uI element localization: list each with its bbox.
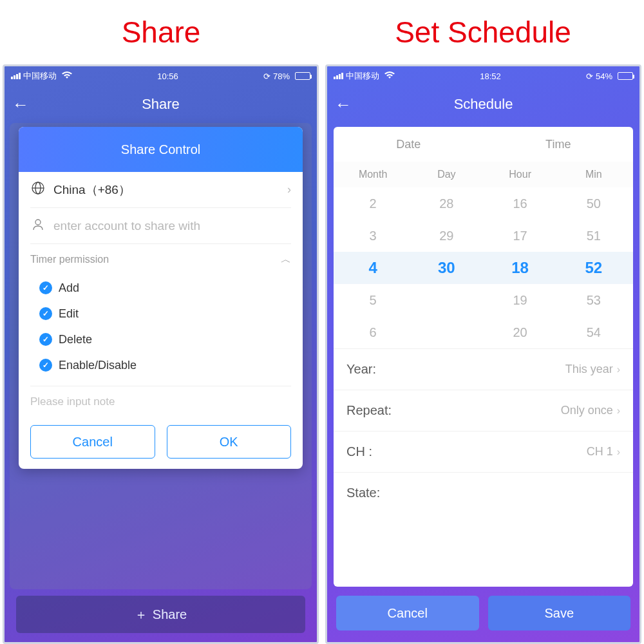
ch-label: CH : bbox=[346, 444, 372, 459]
status-bar: 中国移动 10:56 ⟳ 78% bbox=[5, 66, 317, 86]
perm-enable-disable[interactable]: ✓Enable/Disable bbox=[39, 352, 291, 378]
repeat-label: Repeat: bbox=[346, 403, 392, 418]
year-row[interactable]: Year: This year› bbox=[334, 348, 633, 390]
battery-pct: 54% bbox=[596, 71, 612, 81]
person-icon bbox=[30, 218, 46, 234]
share-footer-label: Share bbox=[153, 607, 187, 622]
header-hour: Hour bbox=[484, 169, 557, 180]
wifi-icon bbox=[384, 71, 395, 81]
country-row[interactable]: China（+86） › bbox=[30, 172, 291, 208]
timer-permission-label: Timer permission bbox=[30, 254, 109, 265]
tab-date[interactable]: Date bbox=[334, 138, 484, 151]
status-time: 10:56 bbox=[157, 71, 178, 81]
title-schedule: Set Schedule bbox=[322, 15, 644, 50]
schedule-card: Date Time Month Day Hour Min 2 3 4 5 6 bbox=[334, 127, 633, 587]
tab-time[interactable]: Time bbox=[484, 138, 634, 151]
signal-icon bbox=[11, 73, 21, 79]
chevron-right-icon: › bbox=[287, 183, 291, 196]
datetime-picker[interactable]: 2 3 4 5 6 28 29 30 16 17 18 19 bbox=[334, 187, 633, 348]
carrier-label: 中国移动 bbox=[23, 70, 57, 82]
modal-title: Share Control bbox=[19, 127, 303, 172]
cancel-button[interactable]: Cancel bbox=[30, 425, 155, 459]
picker-headers: Month Day Hour Min bbox=[334, 162, 633, 187]
header-day: Day bbox=[410, 169, 483, 180]
account-row[interactable]: enter account to share with bbox=[30, 208, 291, 244]
year-label: Year: bbox=[346, 362, 376, 377]
rotation-lock-icon: ⟳ bbox=[263, 71, 270, 81]
share-control-modal: Share Control China（+86） › enter account bbox=[19, 127, 303, 469]
repeat-value: Only once bbox=[561, 404, 613, 417]
plus-icon: ＋ bbox=[135, 606, 147, 623]
battery-icon bbox=[295, 72, 310, 80]
picker-min[interactable]: 50 51 52 53 54 bbox=[557, 187, 630, 348]
status-bar: 中国移动 18:52 ⟳ 54% bbox=[327, 66, 639, 86]
ch-row[interactable]: CH : CH 1› bbox=[334, 431, 633, 472]
phone-share: 中国移动 10:56 ⟳ 78% ← Share Share Control bbox=[3, 64, 319, 644]
status-time: 18:52 bbox=[480, 71, 501, 81]
check-icon: ✓ bbox=[39, 333, 52, 346]
rotation-lock-icon: ⟳ bbox=[586, 71, 593, 81]
country-value: China（+86） bbox=[53, 182, 279, 198]
check-icon: ✓ bbox=[39, 359, 52, 372]
picker-month[interactable]: 2 3 4 5 6 bbox=[336, 187, 410, 348]
cancel-button[interactable]: Cancel bbox=[336, 596, 479, 630]
check-icon: ✓ bbox=[39, 281, 52, 294]
carrier-label: 中国移动 bbox=[346, 70, 379, 82]
share-footer-button[interactable]: ＋ Share bbox=[16, 596, 305, 633]
app-header: ← Schedule bbox=[327, 86, 639, 123]
chevron-right-icon: › bbox=[617, 364, 620, 375]
perm-delete[interactable]: ✓Delete bbox=[39, 327, 291, 352]
chevron-up-icon: ︿ bbox=[281, 253, 291, 267]
title-share: Share bbox=[0, 15, 322, 50]
perm-edit[interactable]: ✓Edit bbox=[39, 301, 291, 327]
perm-add[interactable]: ✓Add bbox=[39, 275, 291, 301]
account-input[interactable]: enter account to share with bbox=[53, 219, 291, 233]
app-header: ← Share bbox=[5, 86, 317, 123]
header-min: Min bbox=[557, 169, 630, 180]
repeat-row[interactable]: Repeat: Only once› bbox=[334, 390, 633, 431]
picker-hour[interactable]: 16 17 18 19 20 bbox=[484, 187, 557, 348]
header-title: Share bbox=[12, 96, 309, 113]
phone-schedule: 中国移动 18:52 ⟳ 54% ← Schedule Date Time Mo… bbox=[325, 64, 641, 644]
globe-icon bbox=[30, 182, 46, 198]
timer-permission-toggle[interactable]: Timer permission ︿ bbox=[30, 244, 291, 275]
save-button[interactable]: Save bbox=[488, 596, 631, 630]
battery-icon bbox=[618, 72, 633, 80]
signal-icon bbox=[334, 73, 343, 79]
check-icon: ✓ bbox=[39, 307, 52, 320]
wifi-icon bbox=[62, 71, 72, 81]
year-value: This year bbox=[565, 363, 613, 376]
header-month: Month bbox=[336, 169, 410, 180]
chevron-right-icon: › bbox=[617, 405, 620, 417]
picker-day[interactable]: 28 29 30 bbox=[410, 187, 483, 348]
note-input[interactable]: Please input note bbox=[30, 386, 291, 417]
battery-pct: 78% bbox=[273, 71, 290, 81]
state-row[interactable]: State: bbox=[334, 472, 633, 513]
ch-value: CH 1 bbox=[587, 445, 613, 459]
svg-point-3 bbox=[35, 220, 41, 225]
chevron-right-icon: › bbox=[617, 446, 620, 458]
ok-button[interactable]: OK bbox=[167, 425, 292, 459]
state-label: State: bbox=[346, 486, 380, 500]
header-title: Schedule bbox=[335, 96, 632, 113]
